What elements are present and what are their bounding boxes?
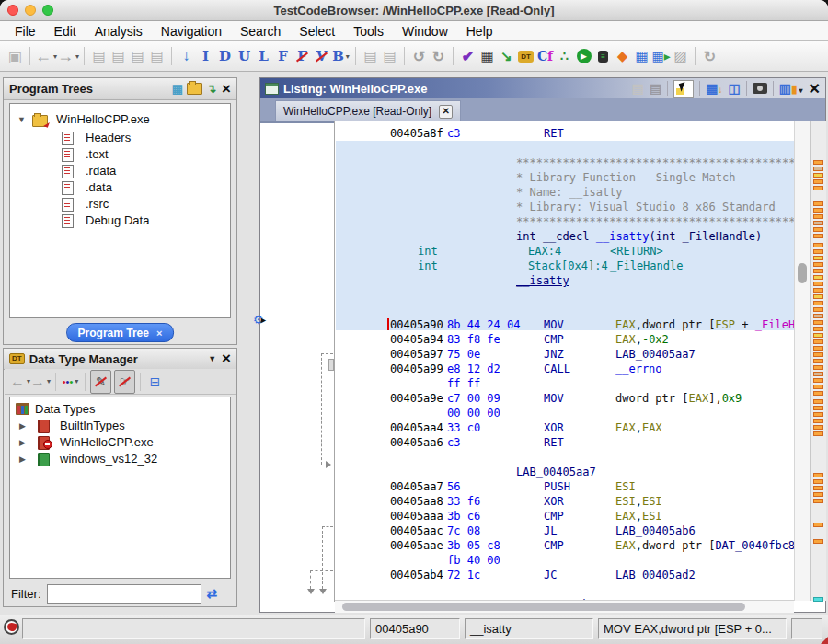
listing-line-00405a9e-18[interactable]: 00405a9ec7 00 09MOVdword ptr [EAX],0x9 xyxy=(335,391,794,406)
letter-f-icon[interactable]: F xyxy=(273,45,293,67)
analysis-marker[interactable] xyxy=(813,288,823,293)
open-folder-icon[interactable] xyxy=(187,83,202,95)
analysis-marker[interactable] xyxy=(813,214,823,219)
listing-line-**************************************************************-2[interactable]: ****************************************… xyxy=(335,155,794,170)
analysis-marker[interactable] xyxy=(813,431,823,436)
analysis-marker[interactable] xyxy=(813,275,823,280)
back-icon[interactable]: ←▾ xyxy=(35,45,57,67)
listing-line-00405a8f-0[interactable]: 00405a8fc3RET xyxy=(335,126,794,141)
listing-line-00405aaa-26[interactable]: 00405aaa3b c6CMPEAX,ESI xyxy=(335,509,794,523)
analysis-marker[interactable] xyxy=(813,391,823,396)
call-tree-icon[interactable]: ∴ xyxy=(555,45,574,67)
analysis-marker[interactable] xyxy=(813,539,823,544)
listing-line-00405a90-13[interactable]: 00405a908b 44 24 04MOVEAX,dword ptr [ESP… xyxy=(335,317,794,332)
analysis-marker[interactable] xyxy=(813,419,823,423)
listing-line-bc-17[interactable]: ff ff xyxy=(335,376,794,391)
listing-line-00405aa6-21[interactable]: 00405aa6c3RET xyxy=(335,435,794,450)
listing-line-00405aae-28[interactable]: 00405aae3b 05 c8CMPEAX,dword ptr [DAT_00… xyxy=(335,538,794,553)
menu-window[interactable]: Window xyxy=(393,24,457,39)
analysis-marker[interactable] xyxy=(813,160,823,165)
listing-paste-icon[interactable]: ▤ xyxy=(650,81,661,96)
analysis-marker[interactable] xyxy=(813,314,823,318)
listing-line-00405a94-14[interactable]: 00405a9483 f8 feCMPEAX,-0x2 xyxy=(335,332,794,347)
paste-disabled-icon[interactable]: ▤ xyxy=(380,45,399,67)
filter-input[interactable] xyxy=(47,584,201,604)
analysis-marker[interactable] xyxy=(813,201,823,206)
analysis-marker[interactable] xyxy=(813,221,823,225)
analysis-marker[interactable] xyxy=(813,499,823,503)
listing-line-00405a97-15[interactable]: 00405a9775 0eJNZLAB_00405aa7 xyxy=(335,347,794,362)
listing-line-00405aac-27[interactable]: 00405aac7c 08JLLAB_00405ab6 xyxy=(335,523,794,538)
letter-f-strike-icon[interactable]: F xyxy=(293,45,312,67)
analysis-marker[interactable] xyxy=(813,479,823,484)
dtm-disable-pointer-icon[interactable]: ☞ xyxy=(114,370,135,394)
forward-icon[interactable]: →▾ xyxy=(57,45,79,67)
analysis-marker[interactable] xyxy=(813,365,823,370)
cursor-style-toggle-icon[interactable] xyxy=(673,80,694,98)
redo-icon[interactable]: ↻ xyxy=(429,45,448,67)
undo-icon[interactable]: ↺ xyxy=(409,45,429,67)
table-go-icon[interactable]: ▦▸ xyxy=(651,45,671,67)
memory-map-icon[interactable]: ≡ xyxy=(593,45,613,67)
analysis-marker[interactable] xyxy=(813,372,823,376)
filter-options-icon[interactable]: ⇄ xyxy=(207,586,218,601)
horizontal-scroll-thumb[interactable] xyxy=(342,603,745,611)
analysis-marker[interactable] xyxy=(813,523,823,527)
analysis-marker[interactable] xyxy=(813,359,823,363)
clear-flow-icon[interactable]: ▨ xyxy=(671,45,690,67)
edit-fields-icon[interactable]: ▦↓ xyxy=(706,81,722,96)
listing-layout-icon[interactable]: ▥▮▾ xyxy=(779,81,803,96)
analysis-marker[interactable] xyxy=(813,249,823,254)
letter-d-icon[interactable]: D xyxy=(215,45,235,67)
disassembly-view[interactable]: 00405a8fc3RET***************************… xyxy=(334,121,794,602)
analysis-marker[interactable] xyxy=(813,227,823,232)
next-label-icon[interactable]: ▤ xyxy=(147,45,167,67)
program-tree-tab-button[interactable]: Program Tree × xyxy=(66,323,175,342)
replay-icon[interactable]: ↻ xyxy=(700,45,719,67)
analysis-marker[interactable] xyxy=(813,399,823,404)
copy-disabled-icon[interactable]: ▤ xyxy=(361,45,380,67)
program-trees-close-icon[interactable]: × xyxy=(222,83,231,96)
analysis-marker[interactable] xyxy=(813,339,823,344)
listing-vertical-scrollbar[interactable] xyxy=(794,121,810,601)
analysis-marker[interactable] xyxy=(813,597,823,602)
listing-line-00405ab4-30[interactable]: 00405ab472 1cJCLAB_00405ad2 xyxy=(335,568,794,582)
listing-line-00405a99-16[interactable]: 00405a99e8 12 d2CALL__errno xyxy=(335,362,794,376)
letter-i-icon[interactable]: I xyxy=(196,45,215,67)
analysis-marker-margin[interactable] xyxy=(810,121,826,601)
menu-analysis[interactable]: Analysis xyxy=(86,24,152,39)
cf-icon[interactable]: Cf xyxy=(535,45,555,67)
analysis-marker[interactable] xyxy=(813,473,823,477)
letter-l-icon[interactable]: L xyxy=(254,45,273,67)
listing-line-bc-19[interactable]: 00 00 00 xyxy=(335,406,794,420)
listing-line-00405aa7-24[interactable]: 00405aa756PUSHESI xyxy=(335,479,794,494)
listing-copy-icon[interactable]: ▤ xyxy=(632,81,644,96)
dtm-forward-icon[interactable]: →▾ xyxy=(30,371,51,393)
table-view-icon[interactable]: ▦ xyxy=(632,45,651,67)
analysis-marker[interactable] xyxy=(813,294,823,299)
listing-line-bc-29[interactable]: fb 40 00 xyxy=(335,553,794,568)
new-tree-icon[interactable]: ▦ xyxy=(172,82,183,96)
menu-help[interactable]: Help xyxy=(457,24,502,39)
analysis-marker[interactable] xyxy=(813,412,823,417)
menu-tools[interactable]: Tools xyxy=(344,24,393,39)
listing-line-p-8[interactable]: intEAX:4<RETURN> xyxy=(335,244,794,259)
analysis-marker[interactable] xyxy=(813,208,823,213)
listing-line-00405aa4-20[interactable]: 00405aa433 c0XOREAX,EAX xyxy=(335,420,794,435)
listing-line-__isatty-10[interactable]: __isatty xyxy=(335,273,794,288)
analysis-marker[interactable] xyxy=(813,167,823,171)
diff-view-icon[interactable]: ◫ xyxy=(729,81,741,96)
analysis-marker[interactable] xyxy=(813,406,823,410)
dtm-back-icon[interactable]: ←▾ xyxy=(10,371,30,393)
listing-tab[interactable]: WinHelloCPP.exe [Read-Only] ✕ xyxy=(275,100,461,121)
listing-line-**************************************************************-6[interactable]: ****************************************… xyxy=(335,214,794,229)
analysis-marker[interactable] xyxy=(813,262,823,267)
analysis-marker[interactable] xyxy=(813,243,823,247)
menu-search[interactable]: Search xyxy=(231,24,290,39)
prev-function-icon[interactable]: ▤ xyxy=(89,45,109,67)
menu-navigation[interactable]: Navigation xyxy=(152,24,231,39)
analysis-marker[interactable] xyxy=(813,320,823,325)
dtm-menu-caret-icon[interactable]: ▼ xyxy=(208,354,216,363)
listing-line-* Name: __isatty-4[interactable]: * Name: __isatty xyxy=(335,185,794,200)
validate-icon[interactable]: ✔ xyxy=(458,45,477,67)
